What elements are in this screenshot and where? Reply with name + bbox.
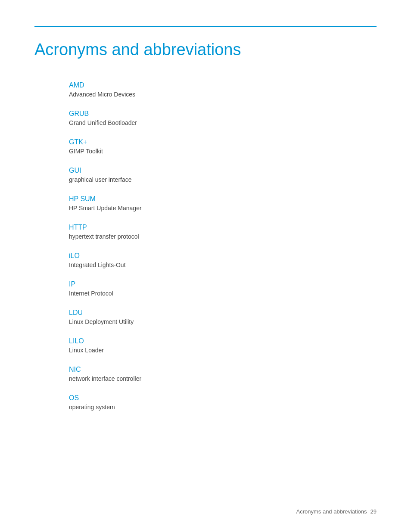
acronym-entry: HP SUMHP Smart Update Manager: [69, 195, 377, 212]
acronym-definition: hypertext transfer protocol: [69, 233, 377, 240]
acronym-entry: LILOLinux Loader: [69, 337, 377, 354]
acronym-entry: GUIgraphical user interface: [69, 167, 377, 183]
acronym-definition: Linux Deployment Utility: [69, 318, 377, 325]
acronym-term: IP: [69, 280, 377, 288]
acronym-definition: Integrated Lights-Out: [69, 261, 377, 268]
acronym-list: AMDAdvanced Micro DevicesGRUBGrand Unifi…: [69, 81, 377, 411]
acronym-term: LDU: [69, 309, 377, 317]
footer-label: Acronyms and abbreviations: [296, 508, 367, 515]
acronym-definition: Grand Unified Bootloader: [69, 119, 377, 126]
acronym-entry: GTK+GIMP Toolkit: [69, 138, 377, 155]
acronym-term: OS: [69, 394, 377, 402]
acronym-definition: HP Smart Update Manager: [69, 205, 377, 212]
acronym-term: AMD: [69, 81, 377, 89]
acronym-definition: Advanced Micro Devices: [69, 91, 377, 98]
acronym-term: LILO: [69, 337, 377, 345]
footer-page-number: 29: [371, 508, 377, 515]
acronym-definition: graphical user interface: [69, 176, 377, 183]
acronym-term: GTK+: [69, 138, 377, 146]
acronym-definition: operating system: [69, 404, 377, 411]
page-title: Acronyms and abbreviations: [34, 40, 377, 60]
acronym-term: NIC: [69, 366, 377, 373]
acronym-entry: iLOIntegrated Lights-Out: [69, 252, 377, 268]
acronym-entry: LDULinux Deployment Utility: [69, 309, 377, 325]
acronym-entry: HTTPhypertext transfer protocol: [69, 224, 377, 240]
acronym-term: GRUB: [69, 110, 377, 118]
page-container: Acronyms and abbreviations AMDAdvanced M…: [0, 0, 411, 457]
acronym-definition: Linux Loader: [69, 347, 377, 354]
acronym-term: HP SUM: [69, 195, 377, 203]
acronym-entry: GRUBGrand Unified Bootloader: [69, 110, 377, 126]
acronym-entry: IPInternet Protocol: [69, 280, 377, 297]
acronym-entry: AMDAdvanced Micro Devices: [69, 81, 377, 98]
acronym-definition: Internet Protocol: [69, 290, 377, 297]
acronym-entry: NICnetwork interface controller: [69, 366, 377, 382]
acronym-term: iLO: [69, 252, 377, 260]
acronym-definition: network interface controller: [69, 375, 377, 382]
top-border: [34, 26, 377, 27]
acronym-entry: OSoperating system: [69, 394, 377, 411]
acronym-term: GUI: [69, 167, 377, 174]
acronym-definition: GIMP Toolkit: [69, 148, 377, 155]
page-footer: Acronyms and abbreviations 29: [296, 508, 377, 515]
acronym-term: HTTP: [69, 224, 377, 231]
